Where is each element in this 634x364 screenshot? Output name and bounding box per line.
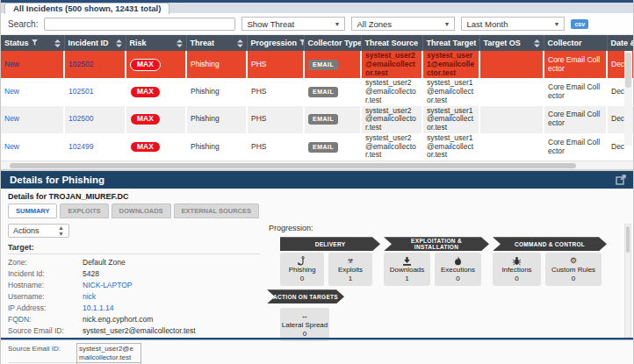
- tab-all-incidents[interactable]: All Incidents (500 shown, 12431 total): [4, 3, 169, 14]
- table-row[interactable]: New 102501 MAX Phishing PHS EMAIL systes…: [1, 78, 634, 105]
- details-vertical-scrollbar[interactable]: [624, 224, 631, 338]
- chevron-down-icon: ▼: [444, 21, 450, 27]
- progression-card-lateral-spread[interactable]: ↔ Lateral Spread 0: [280, 308, 329, 341]
- tab-downloads[interactable]: DOWNLOADS: [112, 203, 171, 218]
- progression-card-exploits[interactable]: ☣ Exploits 1: [328, 253, 372, 286]
- table-vertical-scrollbar[interactable]: [624, 51, 632, 146]
- threat-cell: Phishing: [186, 106, 247, 133]
- sort-icon[interactable]: [116, 39, 122, 47]
- filter-funnel-icon[interactable]: [32, 39, 38, 46]
- progression-label: Progression:: [269, 224, 313, 232]
- sort-icon[interactable]: [177, 39, 183, 47]
- scrollbar-thumb[interactable]: [625, 53, 631, 88]
- table-row[interactable]: New 102499 MAX Phishing PHS EMAIL systes…: [1, 133, 634, 161]
- sort-icon[interactable]: [237, 39, 243, 47]
- field-value: Default Zone: [83, 258, 126, 267]
- column-header-status[interactable]: Status: [1, 35, 64, 51]
- details-subtitle: Details for TROJAN_MIUREF.DC: [8, 192, 129, 201]
- column-header-incident-id[interactable]: Incident ID: [64, 35, 126, 51]
- threat-source-cell: systest_user2@emailcollector.test: [361, 78, 422, 105]
- status-link[interactable]: New: [4, 114, 19, 123]
- section-rule: [8, 253, 260, 254]
- actions-dropdown-value: Actions: [13, 226, 40, 235]
- risk-badge: MAX: [130, 59, 161, 71]
- username-link[interactable]: nick: [83, 292, 96, 301]
- scrollbar-thumb[interactable]: [10, 163, 576, 168]
- column-header-date[interactable]: Date &: [607, 35, 634, 51]
- table-row[interactable]: New 102500 MAX Phishing PHS EMAIL systes…: [1, 106, 634, 133]
- field-label: Hostname:: [8, 281, 83, 289]
- time-filter-select[interactable]: Last Month ▼: [461, 17, 565, 31]
- popout-icon[interactable]: [616, 174, 627, 185]
- collector-cell: Core Email Collector: [544, 51, 607, 78]
- column-header-progression[interactable]: Progression: [247, 35, 304, 51]
- details-panel-title: Details for Phishing: [10, 175, 104, 185]
- csv-export-button[interactable]: csv: [571, 19, 588, 29]
- details-panel-body: Details for TROJAN_MIUREF.DC SUMMARY EXP…: [1, 189, 633, 364]
- incident-id-link[interactable]: 102499: [68, 142, 93, 151]
- threat-cell: Phishing: [186, 78, 247, 105]
- column-header-threat-target[interactable]: Threat Target: [422, 35, 479, 51]
- chevron-down-icon: ▼: [335, 21, 341, 27]
- tab-summary[interactable]: SUMMARY: [8, 203, 57, 218]
- hostname-link[interactable]: NICK-LAPTOP: [83, 281, 133, 289]
- status-link[interactable]: New: [4, 60, 19, 68]
- card-label: Lateral Spread: [282, 321, 328, 330]
- field-label: Username:: [8, 292, 83, 301]
- table-horizontal-scrollbar[interactable]: [1, 161, 633, 169]
- sort-icon[interactable]: [534, 39, 540, 47]
- sort-icon[interactable]: [54, 39, 61, 47]
- table-header-row: Status Incident ID Risk Threat Progressi…: [1, 35, 634, 51]
- progression-card-downloads[interactable]: Downloads 1: [384, 253, 430, 286]
- column-header-target-os[interactable]: Target OS: [479, 35, 544, 51]
- field-fqdn: FQDN:nick.eng.cyphort.com: [8, 313, 260, 325]
- stage-banner-command-control: COMMAND & CONTROL: [493, 237, 607, 251]
- field-label: FQDN:: [8, 315, 83, 324]
- collector-type-badge: EMAIL: [308, 87, 338, 97]
- collector-type-badge: EMAIL: [308, 142, 338, 153]
- incident-id-link[interactable]: 102500: [68, 114, 93, 123]
- search-input[interactable]: [44, 18, 235, 31]
- progression-card-custom-rules[interactable]: ⚙ Custom Rules 0: [545, 253, 602, 286]
- stage-banner-action-on-targets: ACTION ON TARGETS: [267, 289, 344, 303]
- column-header-threat[interactable]: Threat: [186, 35, 247, 51]
- status-link[interactable]: New: [4, 142, 19, 151]
- tab-external-sources[interactable]: EXTERNAL SOURCES: [174, 203, 259, 218]
- zone-filter-select[interactable]: All Zones ▼: [351, 17, 455, 31]
- status-link[interactable]: New: [4, 87, 19, 96]
- table-row[interactable]: New 102502 MAX Phishing PHS EMAIL systes…: [1, 51, 634, 78]
- column-header-collector-type[interactable]: Collector Type: [304, 35, 361, 51]
- field-label: Incident Id:: [8, 269, 83, 278]
- actions-dropdown[interactable]: Actions ▲▼: [8, 224, 69, 238]
- target-section-heading: Target:: [8, 243, 34, 252]
- progression-card-executions[interactable]: Executions 0: [435, 253, 481, 286]
- field-value: systest_user2@emailcollector.test: [76, 343, 141, 363]
- time-filter-value: Last Month: [466, 19, 508, 29]
- scrollbar-thumb[interactable]: [626, 226, 630, 253]
- card-label: Exploits: [338, 266, 363, 275]
- field-label: Source Email ID:: [8, 326, 83, 335]
- progression-card-infections[interactable]: Infections 0: [493, 253, 541, 286]
- ip-address-link[interactable]: 10.1.1.14: [83, 303, 113, 312]
- progression-card-phishing[interactable]: Phishing 0: [280, 253, 324, 286]
- threat-target-cell: systest_user1@emailcollector.test: [422, 78, 479, 105]
- threat-filter-value: Show Threat: [247, 19, 294, 29]
- column-header-collector[interactable]: Collector: [544, 35, 607, 51]
- card-label: Custom Rules: [551, 266, 595, 275]
- card-label: Phishing: [289, 266, 316, 275]
- lateral-spread-icon: ↔: [301, 311, 309, 321]
- threat-cell: Phishing: [186, 51, 247, 78]
- incident-id-link[interactable]: 102502: [68, 60, 93, 68]
- stage-banner-exploitation-installation: EXPLOITATION & INSTALLATION: [384, 237, 489, 251]
- column-header-risk[interactable]: Risk: [126, 35, 186, 51]
- updown-arrows-icon: ▲▼: [58, 225, 64, 237]
- threat-source-cell: systest_user2@emailcollector.test: [361, 106, 422, 133]
- filter-funnel-icon[interactable]: [299, 39, 304, 46]
- incident-id-link[interactable]: 102501: [68, 87, 93, 96]
- threat-filter-select[interactable]: Show Threat ▼: [241, 17, 345, 31]
- collector-cell: Core Email Collector: [544, 133, 607, 161]
- flame-icon: [454, 256, 462, 266]
- column-header-threat-source[interactable]: Threat Source: [361, 35, 422, 51]
- tab-exploits[interactable]: EXPLOITS: [60, 203, 108, 218]
- field-value: nick.eng.cyphort.com: [83, 315, 153, 324]
